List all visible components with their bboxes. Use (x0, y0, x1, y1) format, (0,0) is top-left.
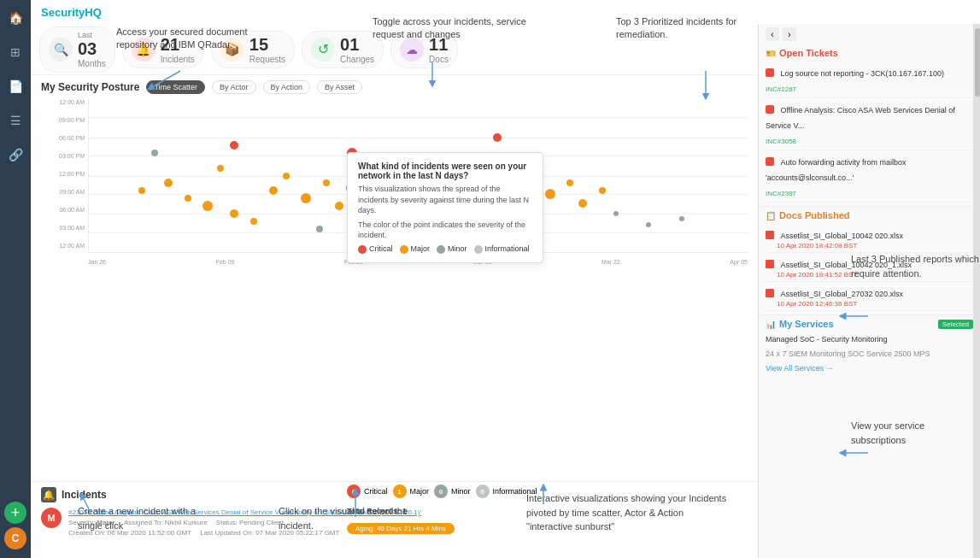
badge-minor: 0 Minor (434, 485, 471, 498)
scatter-dot[interactable] (599, 187, 606, 194)
sidebar-icon-layers[interactable]: ☰ (6, 111, 25, 130)
doc-icon-3 (766, 289, 774, 297)
stat-changes-label: Changes (340, 55, 374, 64)
tab-time-scatter[interactable]: Time Scatter (146, 80, 205, 94)
security-posture-header: My Security Posture Time Scatter By Acto… (31, 75, 758, 99)
services-header: 📊 My Services Selected (766, 319, 973, 329)
view-all-services-link[interactable]: View All Services → (766, 364, 973, 373)
scroll-bar[interactable] (973, 24, 980, 558)
panel-prev-button[interactable]: ‹ (766, 27, 779, 41)
app-title: SecurityHQ (41, 6, 102, 19)
annotation-top3: Top 3 Prioritized incidents for remediat… (616, 15, 766, 42)
x-label-5: Apr 05 (730, 259, 748, 265)
major-dot: 1 (393, 485, 407, 498)
scatter-dot-minor[interactable] (613, 211, 619, 216)
docs-icon: 📋 (766, 211, 776, 220)
tab-by-asset[interactable]: By Asset (317, 80, 362, 94)
stat-last-label: Months (78, 59, 106, 68)
scatter-dot[interactable] (283, 173, 290, 179)
y-label-4: 12:00 PM (41, 171, 88, 177)
scatter-dot[interactable] (301, 193, 311, 203)
tab-by-action[interactable]: By Action (263, 80, 311, 94)
ticket-icon-1 (766, 68, 774, 77)
legend-critical: Critical (358, 244, 393, 254)
legend-minor: Minor (437, 244, 467, 254)
panel-nav: ‹ › (759, 24, 980, 44)
main-content: SecurityHQ 🔍 Last 03 Months 🔔 21 Inciden… (31, 0, 980, 558)
doc-item-3[interactable]: Assetlist_SI_Global_27032 020.xlsx 10 Ap… (766, 282, 973, 311)
scatter-dot[interactable] (323, 179, 330, 186)
scatter-dot[interactable] (335, 202, 343, 210)
doc-name-3: Assetlist_SI_Global_27032 020.xlsx (780, 290, 903, 298)
critical-label: Critical (364, 487, 388, 496)
panel-next-button[interactable]: › (783, 27, 796, 41)
minor-dot: 0 (434, 485, 448, 498)
stat-last-prefix: Last (78, 31, 106, 39)
add-incident-button[interactable]: + (4, 502, 26, 524)
stat-last[interactable]: 🔍 Last 03 Months (39, 26, 115, 73)
sidebar: 🏠 ⊞ 📄 ☰ 🔗 + C (0, 0, 31, 558)
legend-major: Major (400, 244, 431, 254)
incidents-bell-icon: 🔔 (41, 487, 56, 502)
sidebar-icon-file[interactable]: 📄 (6, 77, 25, 96)
ticket-icon-3 (766, 157, 774, 166)
scatter-dot-critical[interactable] (493, 133, 502, 142)
grid-line (89, 138, 748, 138)
scatter-dot[interactable] (202, 201, 213, 211)
scatter-dot[interactable] (269, 186, 278, 195)
status-label: Status: (216, 519, 239, 526)
ticket-item-1[interactable]: Log source not reporting - 3CK(10.167.16… (766, 62, 973, 98)
y-label-2: 06:00 PM (41, 135, 88, 141)
critical-dot: 0 (347, 485, 361, 498)
tab-by-actor[interactable]: By Actor (212, 80, 256, 94)
scatter-dot[interactable] (164, 179, 173, 187)
sidebar-c-icon[interactable]: C (4, 527, 26, 549)
scatter-dot-minor[interactable] (679, 216, 684, 221)
scatter-dot[interactable] (250, 218, 257, 225)
annotation-services: View your service subscriptions (851, 419, 980, 447)
scatter-dot-critical[interactable] (230, 141, 238, 150)
ticket-id-3: INC#2397 (766, 190, 796, 197)
services-bar-icon: 📊 (766, 320, 776, 329)
scatter-dot[interactable] (217, 165, 224, 172)
x-label-1: Feb 09 (216, 259, 235, 265)
scatter-dot[interactable] (185, 195, 191, 202)
annotation-new-incident: Create a new incident with a single clic… (78, 504, 214, 532)
ticket-item-2[interactable]: Offline Analysis: Cisco ASA Web Services… (766, 98, 973, 150)
x-label-4: Mar 22 (601, 259, 620, 265)
scatter-dot[interactable] (566, 179, 573, 186)
ticket-item-3[interactable]: Auto forwarding activity from mailbox 'a… (766, 150, 973, 203)
scatter-dot[interactable] (230, 209, 238, 218)
scatter-dot-minor[interactable] (646, 222, 651, 227)
scroll-thumb[interactable] (975, 28, 980, 97)
scatter-dot-minor[interactable] (316, 226, 323, 232)
grid-line (89, 117, 748, 118)
ticket-icon-2 (766, 105, 774, 114)
popup-desc: This visualization shows the spread of t… (358, 184, 532, 216)
sidebar-icon-home[interactable]: 🏠 (6, 9, 25, 27)
doc-date-1: 10 Apr 2020 18:42:08 BST (777, 242, 973, 250)
status-value: Pending Client (239, 519, 284, 526)
ticket-text-2: Offline Analysis: Cisco ASA Web Services… (766, 106, 955, 130)
x-label-0: Jan 26 (88, 259, 106, 265)
y-label-5: 09:00 AM (41, 189, 88, 195)
sidebar-icon-grid[interactable]: ⊞ (6, 43, 25, 62)
security-posture-title: My Security Posture (41, 81, 139, 93)
stat-incidents-label: Incidents (161, 55, 195, 64)
badge-critical: 0 Critical (347, 485, 388, 498)
open-tickets-section: 🎫 Open Tickets Log source not reporting … (759, 44, 980, 207)
docs-published-title: 📋 Docs Published (766, 210, 973, 220)
scatter-dot[interactable] (138, 187, 145, 194)
scatter-dot[interactable] (578, 199, 587, 208)
service-desc: 24 x 7 SIEM Monitoring SOC Service 2500 … (766, 347, 973, 361)
doc-item-1[interactable]: Assetlist_SI_Global_10042 020.xlsx 10 Ap… (766, 224, 973, 253)
search-icon: 🔍 (49, 38, 73, 62)
scatter-dot-minor[interactable] (151, 150, 158, 156)
y-label-7: 03:00 AM (41, 225, 88, 231)
legend-info: Informational (474, 244, 530, 254)
chart-y-labels: 12:00 AM 09:00 PM 06:00 PM 03:00 PM 12:0… (41, 99, 88, 253)
ticket-text-1: Log source not reporting - 3CK(10.167.16… (780, 69, 944, 78)
sidebar-icon-link[interactable]: 🔗 (6, 145, 25, 164)
stat-changes[interactable]: ↺ 01 Changes (302, 31, 384, 68)
scatter-dot[interactable] (545, 189, 555, 199)
